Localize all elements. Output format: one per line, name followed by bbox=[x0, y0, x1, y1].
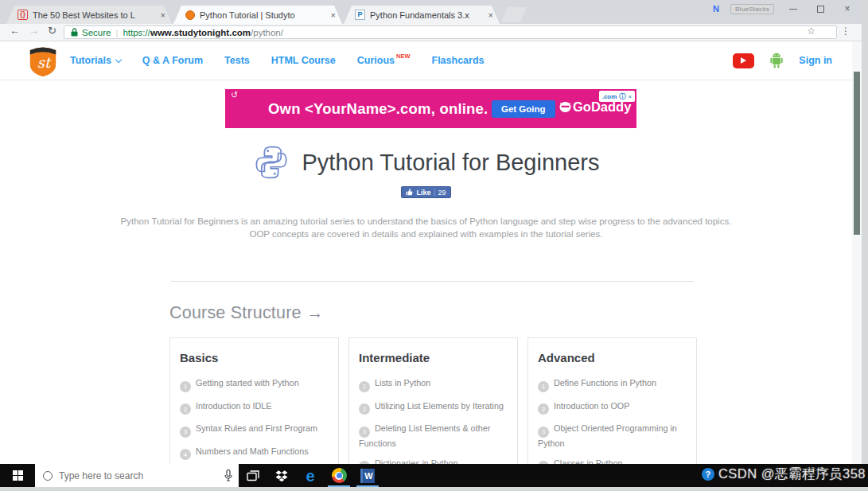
taskbar-search[interactable] bbox=[35, 464, 239, 487]
csdn-watermark: ? CSDN @恶霸程序员358 bbox=[702, 466, 866, 483]
tab-title: Python Fundamentals 3.x bbox=[370, 10, 484, 20]
adchoices-label: .com bbox=[602, 93, 617, 100]
godaddy-ad-banner[interactable]: ↺ Own <YourName>.com, online. Get Going … bbox=[225, 89, 636, 128]
course-item[interactable]: 2Introduction to OOP bbox=[538, 400, 687, 415]
ad-close-icon[interactable]: × bbox=[628, 93, 632, 100]
column-title: Basics bbox=[180, 351, 329, 364]
tab-title: The 50 Best Websites to L bbox=[33, 10, 156, 20]
question-mark-icon: ? bbox=[702, 468, 714, 481]
page-scrollbar[interactable] bbox=[852, 41, 862, 464]
studytonight-logo[interactable]: st bbox=[29, 44, 57, 81]
course-item[interactable]: 4Classes in Python bbox=[538, 458, 687, 465]
chevron-down-icon bbox=[115, 57, 122, 63]
new-badge: NEW bbox=[396, 53, 411, 60]
microphone-icon[interactable] bbox=[224, 470, 232, 481]
extension-n-icon[interactable]: N bbox=[713, 4, 719, 14]
tab-best-websites[interactable]: {} The 50 Best Websites to L × bbox=[6, 6, 172, 24]
item-number-badge: 3 bbox=[538, 427, 549, 438]
browser-toolbar: ← → ↻ Secure | https://www.studytonight.… bbox=[0, 24, 862, 41]
close-button[interactable]: × bbox=[839, 3, 855, 14]
course-item[interactable]: 4Numbers and Math Functions bbox=[180, 446, 329, 461]
bookmark-star-icon[interactable]: ☆ bbox=[807, 25, 815, 37]
course-columns: Basics 1Getting started with Python 2Int… bbox=[169, 337, 697, 464]
secure-label: Secure bbox=[82, 28, 111, 37]
page-content: ↺ Own <YourName>.com, online. Get Going … bbox=[0, 80, 852, 464]
python-logo-icon bbox=[253, 144, 290, 181]
new-tab-button[interactable] bbox=[501, 7, 527, 22]
page-title: Python Tutorial for Beginners bbox=[302, 150, 600, 176]
course-item[interactable]: 1Define Functions in Python bbox=[538, 377, 687, 392]
course-item[interactable]: 3Syntax Rules and First Program bbox=[180, 423, 329, 438]
tab-close-icon[interactable]: × bbox=[331, 10, 336, 20]
tab-python-tutorial-active[interactable]: Python Tutorial | Studyto × bbox=[173, 6, 342, 24]
nav-tests[interactable]: Tests bbox=[224, 55, 250, 66]
nav-flashcards[interactable]: Flashcards bbox=[432, 55, 485, 66]
youtube-icon[interactable] bbox=[733, 53, 754, 68]
adchoices-control[interactable]: .com ⓘ × bbox=[599, 91, 635, 102]
site-header: st Tutorials Q & A Forum Tests HTML Cour… bbox=[0, 41, 862, 80]
android-icon[interactable] bbox=[769, 52, 784, 69]
url-path: /python/ bbox=[251, 28, 283, 37]
nav-qa-forum[interactable]: Q & A Forum bbox=[142, 55, 203, 66]
sign-in-link[interactable]: Sign in bbox=[799, 55, 832, 66]
site-nav: Tutorials Q & A Forum Tests HTML Course … bbox=[70, 41, 485, 80]
course-item[interactable]: 1Lists in Python bbox=[359, 377, 508, 392]
windows-taskbar: e W 12:42 ? CSDN @恶霸程序员358 bbox=[0, 464, 868, 487]
tab-close-icon[interactable]: × bbox=[161, 10, 165, 20]
ad-headline: Own <YourName>.com, online. bbox=[268, 100, 488, 118]
course-item[interactable]: 1Getting started with Python bbox=[180, 377, 329, 392]
ad-cta-button[interactable]: Get Going bbox=[492, 100, 555, 118]
item-number-badge: 4 bbox=[180, 449, 191, 460]
course-column-advanced: Advanced 1Define Functions in Python 2In… bbox=[527, 337, 697, 464]
item-number-badge: 1 bbox=[538, 381, 549, 392]
task-view-button[interactable] bbox=[239, 464, 267, 487]
nav-html-course[interactable]: HTML Course bbox=[271, 55, 336, 66]
hero-heading-row: Python Tutorial for Beginners bbox=[0, 144, 852, 181]
bluestacks-badge: BlueStacks bbox=[730, 4, 774, 14]
forward-icon[interactable]: → bbox=[29, 25, 39, 37]
tab-close-icon[interactable]: × bbox=[488, 10, 493, 20]
ad-replay-icon[interactable]: ↺ bbox=[231, 90, 238, 100]
section-divider bbox=[171, 281, 694, 282]
search-input[interactable] bbox=[59, 470, 218, 481]
address-bar[interactable]: Secure | https://www.studytonight.com/py… bbox=[64, 25, 837, 39]
course-item[interactable]: 4Dictionaries in Python bbox=[359, 458, 508, 465]
page-description-line1: Python Tutorial for Beginners is an amaz… bbox=[0, 216, 852, 226]
studytonight-favicon bbox=[185, 10, 195, 20]
course-item[interactable]: 2Utilizing List Elements by Iterating bbox=[359, 400, 508, 415]
item-number-badge: 2 bbox=[180, 403, 191, 415]
item-number-badge: 1 bbox=[359, 381, 370, 392]
word-button[interactable]: W bbox=[353, 464, 382, 487]
nav-tutorials[interactable]: Tutorials bbox=[70, 55, 121, 66]
edge-button[interactable]: e bbox=[296, 464, 325, 487]
svg-text:st: st bbox=[37, 55, 52, 72]
task-view-icon bbox=[247, 470, 259, 481]
back-icon[interactable]: ← bbox=[10, 25, 20, 37]
nav-curious[interactable]: CuriousNEW bbox=[357, 55, 411, 66]
dropbox-button[interactable] bbox=[267, 464, 296, 487]
course-item[interactable]: 3Deleting List Elements & other Function… bbox=[359, 423, 508, 450]
course-item[interactable]: 2Introduction to IDLE bbox=[180, 400, 329, 415]
chrome-button[interactable] bbox=[325, 464, 353, 487]
info-icon[interactable]: ⓘ bbox=[619, 92, 625, 101]
column-title: Intermediate bbox=[359, 351, 508, 364]
godaddy-mascot-icon bbox=[559, 100, 571, 114]
screenshot-stage: {} The 50 Best Websites to L × Python Tu… bbox=[0, 0, 868, 491]
maximize-button[interactable] bbox=[812, 3, 828, 14]
browser-window: {} The 50 Best Websites to L × Python Tu… bbox=[0, 0, 862, 464]
like-label: Like bbox=[416, 189, 430, 197]
scrollbar-thumb[interactable] bbox=[854, 72, 860, 235]
column-title: Advanced bbox=[538, 351, 687, 364]
tab-python-fundamentals[interactable]: P Python Fundamentals 3.x × bbox=[344, 6, 500, 24]
browser-menu-icon[interactable]: ⋮ bbox=[841, 25, 850, 37]
start-button[interactable] bbox=[0, 464, 35, 487]
facebook-like-button[interactable]: Like 29 bbox=[401, 186, 450, 198]
minimize-button[interactable] bbox=[785, 3, 801, 14]
course-item[interactable]: 3Object Oriented Programming in Python bbox=[538, 423, 687, 450]
tab-title: Python Tutorial | Studyto bbox=[200, 10, 326, 20]
thumb-up-icon bbox=[406, 189, 413, 196]
reload-icon[interactable]: ↻ bbox=[48, 25, 56, 37]
dropbox-icon bbox=[274, 470, 289, 482]
pluralsight-favicon: P bbox=[355, 10, 365, 20]
code-braces-icon: {} bbox=[18, 10, 28, 20]
